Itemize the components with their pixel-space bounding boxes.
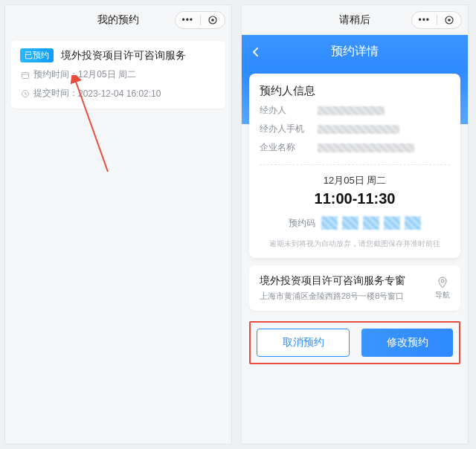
submit-time-value: 2023-12-04 16:02:10 <box>78 88 161 99</box>
cancel-button-label: 取消预约 <box>283 336 324 349</box>
phone-right: 请稍后 ••• 预约详情 预约人信息 经办人 <box>241 4 469 445</box>
modify-button-label: 修改预约 <box>387 336 428 349</box>
navigate-button[interactable]: 导航 <box>435 277 450 300</box>
redacted-booking-code <box>321 216 421 230</box>
navigate-label: 导航 <box>435 291 450 299</box>
redacted-value <box>318 106 385 115</box>
redacted-value <box>318 143 414 152</box>
close-icon[interactable] <box>201 16 225 25</box>
modify-button[interactable]: 修改预约 <box>361 329 453 357</box>
titlebar-left: 我的预约 ••• <box>5 5 231 35</box>
svg-rect-2 <box>22 72 29 78</box>
info-panel: 预约人信息 经办人 经办人手机 企业名称 12月05日 周二 11:00-11:… <box>249 74 460 258</box>
submit-time-label: 提交时间： <box>33 87 78 100</box>
miniapp-capsule[interactable]: ••• <box>175 11 225 29</box>
miniapp-capsule[interactable]: ••• <box>411 11 462 29</box>
info-row-company-label: 企业名称 <box>260 141 318 154</box>
info-heading: 预约人信息 <box>260 84 450 98</box>
window-title: 境外投资项目许可咨询服务专窗 <box>260 274 405 288</box>
titlebar-right: 请稍后 ••• <box>242 5 468 35</box>
appointment-date-value: 12月05日 周二 <box>78 68 136 81</box>
location-icon <box>437 277 448 288</box>
info-row-handler-label: 经办人 <box>260 104 318 117</box>
clock-icon <box>20 89 30 98</box>
overdue-hint: 逾期未到将视为自动放弃，请您截图保存并准时前往 <box>260 239 450 249</box>
info-row-phone-label: 经办人手机 <box>260 123 318 135</box>
location-panel[interactable]: 境外投资项目许可咨询服务专窗 上海市黄浦区金陵西路28号一楼8号窗口 导航 <box>249 265 460 311</box>
svg-point-7 <box>448 19 451 22</box>
status-badge: 已预约 <box>20 48 54 62</box>
phone-left: 我的预约 ••• 已预约 境外投资项目许可咨询服务 预约时间 <box>4 4 232 445</box>
window-address: 上海市黄浦区金陵西路28号一楼8号窗口 <box>260 291 405 302</box>
calendar-icon <box>20 71 30 80</box>
slot-date: 12月05日 周二 <box>260 174 450 187</box>
back-icon[interactable] <box>251 45 261 61</box>
appointment-title: 境外投资项目许可咨询服务 <box>61 49 186 61</box>
cancel-button[interactable]: 取消预约 <box>257 329 350 357</box>
booking-code-label: 预约码 <box>289 217 315 230</box>
time-slot: 12月05日 周二 11:00-11:30 预约码 逾期未到将视为自动放弃，请您… <box>260 164 450 249</box>
slot-time: 11:00-11:30 <box>260 190 450 207</box>
appointment-date-label: 预约时间： <box>33 68 78 81</box>
menu-icon[interactable]: ••• <box>176 15 200 25</box>
titlebar-right-title: 请稍后 <box>339 13 370 27</box>
svg-point-1 <box>211 19 214 22</box>
menu-icon[interactable]: ••• <box>412 15 437 25</box>
titlebar-left-title: 我的预约 <box>97 13 139 27</box>
action-bar-highlight: 取消预约 修改预约 <box>249 321 460 364</box>
hero-title: 预约详情 <box>242 35 468 59</box>
appointment-card[interactable]: 已预约 境外投资项目许可咨询服务 预约时间： 12月05日 周二 提交时间： 2… <box>11 41 225 109</box>
redacted-value <box>318 125 399 134</box>
close-icon[interactable] <box>437 16 462 25</box>
